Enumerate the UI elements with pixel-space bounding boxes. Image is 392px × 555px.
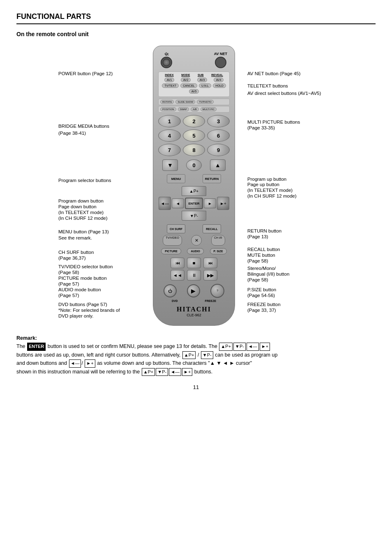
- nav-down-row: ▼P-: [182, 211, 206, 221]
- num-0-button[interactable]: 0: [186, 159, 202, 171]
- num-9-button[interactable]: 9: [207, 144, 230, 156]
- label-av-direct: AV direct select buttons (AV1~AV5): [247, 90, 321, 97]
- nav-down-button[interactable]: ▼P-: [182, 211, 206, 221]
- audio-button[interactable]: AUDIO: [187, 248, 204, 254]
- right-inline: ►+: [260, 343, 270, 351]
- nav-up-row: ▲P+: [181, 186, 207, 196]
- position-btn[interactable]: POSITION: [160, 107, 176, 111]
- dvd-labels-row: DVD FREEZE: [158, 299, 230, 302]
- num-7-button[interactable]: 7: [158, 144, 181, 156]
- ch-up-button[interactable]: ▲: [210, 159, 226, 171]
- power-button[interactable]: [161, 57, 172, 68]
- remote-control: ⏻| AV NET INDEX MODE SUB REVEAL: [145, 46, 243, 326]
- remote-top-row: ⏻| AV NET: [158, 52, 230, 68]
- ch-down-button[interactable]: ▼: [162, 159, 178, 171]
- num-8-button[interactable]: 8: [183, 144, 205, 156]
- tvtext-button[interactable]: TV/TEXT: [162, 83, 179, 88]
- tvvideo-button[interactable]: TV/VIDEO: [163, 235, 182, 246]
- num-5-button[interactable]: 5: [183, 129, 205, 142]
- psize-button[interactable]: P. SIZE: [210, 248, 227, 254]
- num-4-button[interactable]: 4: [158, 129, 181, 142]
- remark-label: Remark:: [16, 334, 376, 342]
- swap-btn[interactable]: SWAP: [178, 107, 189, 111]
- nav-vol-down-button[interactable]: ◄—: [159, 197, 171, 210]
- nav-up-button[interactable]: ▲P+: [182, 186, 206, 196]
- num-2-button[interactable]: 2: [183, 115, 205, 127]
- hitachi-model: CLE-962: [158, 313, 230, 317]
- ff2-button[interactable]: ▶▶: [203, 270, 217, 281]
- av5-button[interactable]: AV5: [189, 89, 199, 94]
- multipic-btn[interactable]: MULTI PIC: [201, 107, 217, 111]
- tvvideo-row: TV/VIDEO ✕ CH I/II: [158, 235, 230, 246]
- label-in-chsurf-r: (In CH SURF 12 mode): [247, 193, 297, 199]
- label-freeze2: (Page 33, 37): [247, 307, 276, 313]
- label-multi2: (Page 33-35): [247, 124, 275, 131]
- rew2-button[interactable]: ◄◄: [171, 270, 184, 281]
- cancel-button[interactable]: CANCEL: [180, 83, 197, 88]
- page-number: 11: [16, 384, 376, 390]
- remark-line1: The ENTER button is used to set or confi…: [16, 342, 376, 351]
- nav-vol-up-button[interactable]: ►+: [217, 197, 229, 210]
- ch12-button[interactable]: CH I/II: [211, 235, 225, 246]
- dvd-power-button[interactable]: ⏻: [164, 284, 177, 297]
- tvphoto-btn[interactable]: TV/PHOTO: [197, 100, 214, 104]
- ff-button[interactable]: ⏭: [203, 258, 217, 268]
- teletext-top-row: INDEX MODE SUB REVEAL: [161, 74, 227, 76]
- left-labels-panel: POWER button (Page 12) BRIDGE MEDIA butt…: [58, 46, 145, 326]
- picture-audio-psize-row: PICTURE AUDIO P. SIZE: [158, 248, 230, 254]
- num-6-button[interactable]: 6: [207, 129, 230, 142]
- label-in-chsurf: (In CH SURF 12 mode): [58, 215, 108, 221]
- rew-button[interactable]: ⏮: [171, 258, 184, 268]
- mute-button[interactable]: ✕: [191, 235, 202, 246]
- left2-inline: ◄—: [69, 359, 81, 368]
- label-power: POWER button (Page 12): [58, 70, 113, 77]
- enter-button[interactable]: ENTER: [185, 198, 203, 209]
- label-prog-selector: Program selector buttons: [58, 177, 111, 184]
- remote-body: ⏻| AV NET INDEX MODE SUB REVEAL: [153, 46, 235, 326]
- recall-button[interactable]: RECALL: [203, 224, 221, 233]
- label-mute2: (Page 58): [247, 258, 268, 264]
- av3-button[interactable]: AV3: [197, 78, 208, 82]
- page-title: FUNCTIONAL PARTS: [16, 12, 376, 24]
- remark-line4: shown in this instruction manual will be…: [16, 368, 376, 376]
- chsurf-recall-row: CH SURF RECALL: [158, 224, 230, 233]
- dvd-play-button[interactable]: ▶: [187, 284, 200, 297]
- index-label: INDEX: [165, 74, 173, 76]
- stop-button[interactable]: ■: [187, 258, 201, 268]
- unl-button[interactable]: U.N.L: [199, 83, 211, 88]
- hold-button[interactable]: HOLD: [213, 83, 226, 88]
- av1-button[interactable]: AV1: [164, 78, 175, 82]
- enter-inline-button: ENTER: [27, 343, 46, 351]
- avnet-button[interactable]: [215, 57, 226, 68]
- menu-return-row: MENU RETURN: [158, 174, 230, 183]
- num-3-button[interactable]: 3: [207, 115, 230, 127]
- rotate-btn[interactable]: ROTATE: [160, 100, 174, 104]
- nav-left-button[interactable]: ◄: [172, 198, 184, 208]
- av4-button[interactable]: AV4: [214, 78, 224, 82]
- num-1-button[interactable]: 1: [158, 115, 181, 127]
- picture-button[interactable]: PICTURE: [161, 248, 181, 254]
- label-return2: (Page 13): [247, 233, 268, 240]
- av2-button[interactable]: AV2: [181, 78, 191, 82]
- nav-right-button[interactable]: ►: [204, 198, 216, 208]
- ap2-inline: ▲P+: [182, 351, 196, 359]
- bridge-row1: ROTATE SLIDE SHOW TV/PHOTO: [158, 99, 230, 105]
- right3-inline: ►+: [182, 368, 192, 376]
- slideshow-btn[interactable]: SLIDE SHOW: [175, 100, 195, 104]
- menu-button[interactable]: MENU: [167, 174, 185, 183]
- remark-line2: buttons are used as up, down, left and r…: [16, 351, 376, 359]
- av5-row: TV/TEXT CANCEL U.N.L HOLD: [161, 83, 227, 88]
- chsurf-button[interactable]: CH SURF: [167, 224, 185, 233]
- ab-btn[interactable]: A/B: [191, 107, 199, 111]
- label-psize2: (Page 54-56): [247, 292, 275, 299]
- dvd-freeze-button[interactable]: ?: [210, 284, 224, 298]
- power-btn-inner: [163, 59, 170, 66]
- label-stereo3: (Page 58): [247, 276, 268, 283]
- label-menu: MENU button (Page 13): [58, 228, 109, 235]
- label-teletext: TELETEXT buttons: [247, 83, 288, 89]
- diagram-container: POWER button (Page 12) BRIDGE MEDIA butt…: [16, 46, 376, 326]
- return-button[interactable]: RETURN: [203, 174, 221, 183]
- pause-button[interactable]: ⏸: [187, 270, 201, 281]
- left-inline: ◄—: [247, 343, 259, 351]
- teletext-area: INDEX MODE SUB REVEAL AV1 AV2 AV3 AV4 TV…: [158, 71, 230, 97]
